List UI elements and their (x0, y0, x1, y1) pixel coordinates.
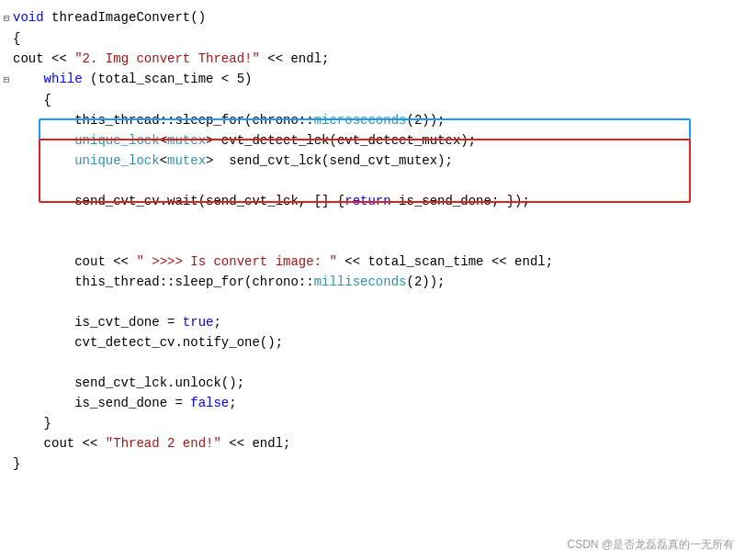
code-content: } (13, 413, 736, 433)
code-segment: mutex (167, 133, 206, 148)
code-line: ⊟void threadImageConvert() (0, 7, 745, 28)
code-segment: threadImageConvert() (44, 10, 206, 25)
code-line: cout << "2. Img convert Thread!" << endl… (0, 49, 745, 69)
code-line: send_cvt_cv.wait(send_cvt_lck, [] {retur… (0, 191, 745, 211)
code-segment: cout (13, 51, 44, 66)
code-line: is_cvt_done = true; (0, 312, 745, 332)
code-segment: > cvt_detect_lck(cvt_detect_mutex); (206, 133, 476, 148)
code-segment: } (13, 416, 51, 431)
code-container: ⊟void threadImageConvert(){cout << "2. I… (0, 0, 745, 560)
code-segment: " >>>> Is convert image: " (136, 254, 336, 269)
code-line: this_thread::sleep_for(chrono::milliseco… (0, 272, 745, 292)
code-segment: ; (229, 396, 236, 410)
code-line: cvt_detect_cv.notify_one(); (0, 332, 745, 353)
code-segment: cvt_detect_cv.notify_one(); (13, 335, 283, 350)
code-content: is_send_done = false; (13, 393, 736, 413)
code-segment (13, 133, 74, 148)
code-content: } (13, 454, 736, 474)
code-segment: true (183, 315, 214, 330)
code-segment: << total_scan_time << endl; (337, 254, 553, 269)
fold-icon: ⊟ (0, 8, 13, 28)
code-line: this_thread::sleep_for(chrono::microseco… (0, 110, 745, 130)
watermark: CSDN @是否龙磊磊真的一无所有 (567, 537, 734, 553)
code-content: this_thread::sleep_for(chrono::milliseco… (13, 272, 736, 292)
code-segment: microseconds (314, 113, 407, 128)
code-segment: while (44, 72, 83, 86)
code-segment: cout << (13, 254, 136, 269)
code-segment: < (160, 153, 167, 168)
code-segment: << (44, 51, 75, 66)
code-segment: ; (213, 315, 220, 330)
code-line: } (0, 454, 745, 474)
code-content: cout << "Thread 2 end!" << endl; (13, 433, 736, 454)
code-line: unique_lock<mutex> send_cvt_lck(send_cvt… (0, 151, 745, 171)
code-line (0, 353, 745, 373)
code-segment: send_cvt_cv.wait(send_cvt_lck, [] { (13, 194, 344, 208)
code-content: send_cvt_cv.wait(send_cvt_lck, [] {retur… (13, 191, 736, 211)
code-segment: < (160, 133, 167, 148)
code-line: send_cvt_lck.unlock(); (0, 373, 745, 393)
code-segment: cout << (13, 436, 106, 451)
code-segment: (total_scan_time < 5) (83, 72, 253, 86)
code-line (0, 292, 745, 312)
code-segment: milliseconds (314, 274, 407, 289)
code-line: is_send_done = false; (0, 393, 745, 413)
code-segment: << endl; (260, 51, 330, 66)
code-segment: void (13, 10, 44, 25)
code-content: this_thread::sleep_for(chrono::microseco… (13, 110, 736, 130)
code-content: { (13, 28, 736, 49)
code-segment: this_thread::sleep_for(chrono:: (13, 274, 314, 289)
code-content: is_cvt_done = true; (13, 312, 736, 332)
code-segment: } (13, 456, 20, 471)
code-line: { (0, 28, 745, 49)
code-content: cvt_detect_cv.notify_one(); (13, 332, 736, 353)
fold-icon: ⊟ (0, 70, 13, 90)
code-segment: "Thread 2 end!" (106, 436, 221, 451)
code-content: while (total_scan_time < 5) (13, 69, 736, 89)
code-line (0, 171, 745, 191)
code-line: { (0, 90, 745, 110)
code-segment: false (190, 396, 229, 410)
code-content: send_cvt_lck.unlock(); (13, 373, 736, 393)
code-content: { (13, 90, 736, 110)
code-segment: (2)); (406, 274, 445, 289)
code-segment: mutex (167, 153, 206, 168)
code-line: cout << " >>>> Is convert image: " << to… (0, 252, 745, 272)
code-segment: is_cvt_done = (13, 315, 183, 330)
code-line: unique_lock<mutex> cvt_detect_lck(cvt_de… (0, 130, 745, 151)
code-segment: return (344, 194, 390, 208)
code-line (0, 231, 745, 252)
code-line (0, 211, 745, 231)
code-segment: is_send_done = (13, 396, 190, 410)
code-segment: unique_lock (74, 153, 159, 168)
code-segment: "2. Img convert Thread!" (74, 51, 260, 66)
code-segment: > send_cvt_lck(send_cvt_mutex); (206, 153, 453, 168)
code-segment: { (13, 31, 20, 46)
code-lines: ⊟void threadImageConvert(){cout << "2. I… (0, 7, 745, 474)
code-content: cout << "2. Img convert Thread!" << endl… (13, 49, 736, 69)
code-line: cout << "Thread 2 end!" << endl; (0, 433, 745, 454)
code-content: void threadImageConvert() (13, 7, 736, 28)
code-content: cout << " >>>> Is convert image: " << to… (13, 252, 736, 272)
code-content: unique_lock<mutex> cvt_detect_lck(cvt_de… (13, 130, 736, 151)
code-line: ⊟ while (total_scan_time < 5) (0, 69, 745, 90)
code-line: } (0, 413, 745, 433)
code-content: unique_lock<mutex> send_cvt_lck(send_cvt… (13, 151, 736, 171)
code-segment: { (13, 93, 51, 107)
code-segment: (2)); (406, 113, 445, 128)
code-segment: unique_lock (74, 133, 159, 148)
code-segment (13, 153, 74, 168)
code-segment: send_cvt_lck.unlock(); (13, 375, 244, 390)
code-segment: is_send_done; }); (391, 194, 530, 208)
code-segment: << endl; (221, 436, 291, 451)
code-segment: this_thread::sleep_for(chrono:: (13, 113, 314, 128)
code-segment (13, 72, 44, 86)
